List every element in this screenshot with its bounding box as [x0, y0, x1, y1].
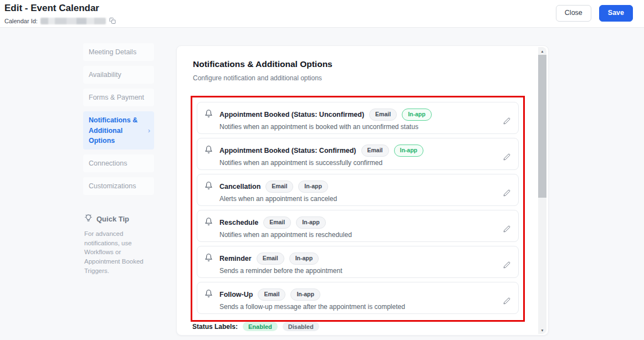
notification-body: Appointment Booked (Status: Unconfirmed)… — [219, 109, 432, 131]
notification-row: RescheduleEmailIn-appNotifies when an ap… — [197, 210, 519, 242]
notification-body: ReminderEmailIn-appSends a reminder befo… — [219, 253, 342, 275]
save-button[interactable]: Save — [599, 5, 633, 22]
panel-scrollbar[interactable]: ▲ ▼ — [538, 47, 546, 334]
copy-icon[interactable] — [109, 17, 116, 24]
status-labels-row: Status Labels: Enabled Disabled — [192, 322, 319, 331]
quick-tip: Quick Tip For advanced notifications, us… — [83, 214, 154, 275]
notification-description: Notifies when an appointment is successf… — [219, 159, 423, 167]
notification-title: Reschedule — [219, 219, 258, 226]
panel-title: Notifications & Additional Options — [193, 59, 333, 69]
notification-description: Notifies when an appointment is reschedu… — [219, 231, 352, 239]
sidebar-item-notifications-additional-options[interactable]: Notifications & Additional Options› — [83, 111, 154, 149]
chevron-right-icon: › — [148, 125, 150, 136]
disabled-status-badge: Disabled — [283, 322, 319, 331]
notification-row: Appointment Booked (Status: Unconfirmed)… — [197, 102, 519, 134]
sidebar-item-availability[interactable]: Availability — [83, 66, 154, 84]
edit-pencil-icon[interactable] — [503, 225, 510, 233]
in-app-badge: In-app — [289, 253, 319, 265]
scrollbar-track[interactable] — [538, 55, 546, 326]
sidebar-nav: Meeting DetailsAvailabilityForms & Payme… — [83, 43, 154, 195]
header: Edit - Event Calendar Calendar Id: Close… — [0, 0, 644, 28]
notification-list: Appointment Booked (Status: Unconfirmed)… — [197, 102, 519, 314]
status-labels-label: Status Labels: — [192, 323, 238, 331]
notification-description: Sends a reminder before the appointment — [219, 267, 342, 275]
quick-tip-title: Quick Tip — [96, 215, 129, 223]
notification-body: Follow-UpEmailIn-appSends a follow-up me… — [219, 289, 405, 311]
calendar-id-redacted-value — [40, 18, 106, 24]
notification-row: ReminderEmailIn-appSends a reminder befo… — [197, 246, 519, 278]
bell-icon — [205, 289, 213, 300]
sidebar-item-label: Notifications & Additional Options — [89, 116, 137, 144]
notification-title: Reminder — [219, 255, 252, 262]
notification-row: Follow-UpEmailIn-appSends a follow-up me… — [197, 282, 519, 314]
email-badge: Email — [369, 109, 397, 121]
edit-pencil-icon[interactable] — [503, 189, 510, 197]
bell-icon — [205, 217, 213, 228]
email-badge: Email — [258, 289, 285, 301]
edit-pencil-icon[interactable] — [503, 297, 510, 305]
notification-title: Appointment Booked (Status: Confirmed) — [219, 147, 356, 154]
edit-pencil-icon[interactable] — [503, 153, 510, 161]
email-badge: Email — [257, 253, 284, 265]
sidebar-item-label: Forms & Payment — [89, 94, 144, 101]
sidebar-item-label: Availability — [89, 71, 121, 79]
notification-row: Appointment Booked (Status: Confirmed)Em… — [197, 138, 519, 170]
notification-row: CancellationEmailIn-appAlerts when an ap… — [197, 174, 519, 206]
scrollbar-thumb[interactable] — [538, 55, 546, 198]
in-app-badge: In-app — [290, 289, 320, 301]
highlight-rectangle: Appointment Booked (Status: Unconfirmed)… — [191, 96, 525, 322]
in-app-badge: In-app — [296, 217, 326, 229]
sidebar-item-label: Connections — [89, 159, 127, 167]
bell-icon — [205, 253, 213, 264]
bell-icon — [205, 109, 213, 120]
header-actions: Close Save — [556, 5, 633, 22]
email-badge: Email — [263, 217, 291, 229]
notification-title: Follow-Up — [219, 291, 253, 298]
bell-icon — [205, 181, 213, 192]
sidebar: Meeting DetailsAvailabilityForms & Payme… — [83, 43, 154, 275]
notification-body: CancellationEmailIn-appAlerts when an ap… — [219, 181, 337, 203]
panel-subtitle: Configure notification and additional op… — [193, 74, 322, 82]
notification-body: Appointment Booked (Status: Confirmed)Em… — [219, 145, 423, 167]
sidebar-item-label: Customizations — [89, 182, 136, 190]
email-badge: Email — [361, 145, 389, 157]
calendar-id-label: Calendar Id: — [4, 18, 38, 24]
scroll-up-arrow-icon[interactable]: ▲ — [538, 47, 546, 55]
page-title: Edit - Event Calendar — [4, 3, 99, 14]
edit-pencil-icon[interactable] — [503, 261, 510, 269]
quick-tip-body: For advanced notifications, use Workflow… — [84, 229, 152, 275]
notification-body: RescheduleEmailIn-appNotifies when an ap… — [219, 217, 352, 239]
close-button[interactable]: Close — [556, 5, 591, 22]
in-app-badge: In-app — [394, 145, 424, 157]
enabled-status-badge: Enabled — [243, 322, 278, 331]
notification-title: Appointment Booked (Status: Unconfirmed) — [219, 111, 364, 119]
notifications-panel: Notifications & Additional Options Confi… — [176, 45, 549, 336]
sidebar-item-meeting-details[interactable]: Meeting Details — [83, 43, 154, 61]
notification-description: Alerts when an appointment is canceled — [219, 195, 337, 203]
bell-icon — [205, 145, 213, 156]
in-app-badge: In-app — [298, 181, 328, 193]
sidebar-item-forms-payment[interactable]: Forms & Payment — [83, 89, 154, 106]
sidebar-item-connections[interactable]: Connections — [83, 154, 154, 172]
notification-title: Cancellation — [219, 183, 260, 190]
sidebar-item-label: Meeting Details — [89, 48, 136, 56]
sidebar-item-customizations[interactable]: Customizations — [83, 177, 154, 195]
scroll-down-arrow-icon[interactable]: ▼ — [538, 326, 546, 334]
notification-description: Sends a follow-up message after the appo… — [219, 303, 405, 311]
calendar-id-row: Calendar Id: — [4, 17, 116, 24]
lightbulb-icon — [84, 214, 93, 224]
email-badge: Email — [265, 181, 293, 193]
in-app-badge: In-app — [402, 109, 432, 121]
edit-pencil-icon[interactable] — [503, 117, 510, 125]
notification-description: Notifies when an appointment is booked w… — [219, 123, 432, 131]
